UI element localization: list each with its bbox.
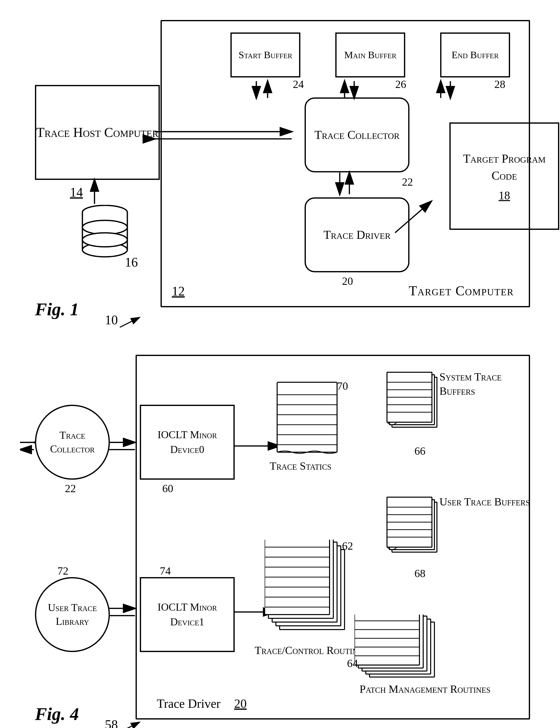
target-program-label: Target Program Code xyxy=(451,150,558,184)
ref-68: 68 xyxy=(414,567,425,580)
fig4-container: Trace Driver 20 xyxy=(20,350,540,728)
patch-mgmt-label: Patch Management Routines xyxy=(359,682,491,696)
start-buffer-box: Start Buffer xyxy=(231,32,300,77)
trace-collector-circle: Trace Collector xyxy=(35,405,110,480)
patch-mgmt-stack xyxy=(354,615,439,686)
system-trace-label: System Trace Buffers xyxy=(439,370,540,398)
trace-collector-box: Trace Collector xyxy=(304,97,409,172)
ref-18: 18 xyxy=(499,189,510,202)
ioclt0-box: IOCLT Minor Device0 xyxy=(140,405,235,480)
ref-16: 16 xyxy=(125,255,138,270)
fig4-label: Fig. 4 xyxy=(35,704,79,725)
ref-74: 74 xyxy=(160,565,171,577)
system-trace-buffers xyxy=(384,370,439,436)
user-trace-circle: User Trace Library xyxy=(35,577,110,652)
ref-60: 60 xyxy=(162,482,173,495)
ref-62: 62 xyxy=(342,540,353,552)
ref-24: 24 xyxy=(293,78,304,91)
ref-20: 20 xyxy=(342,275,353,288)
target-program-box: Target Program Code 18 xyxy=(449,122,559,230)
ref-26: 26 xyxy=(395,78,406,91)
trace-control-label: Trace/Control Routines xyxy=(255,643,367,658)
target-computer-label: Target Computer xyxy=(409,283,514,299)
ref-22: 22 xyxy=(402,176,413,188)
ref-72: 72 xyxy=(57,565,68,577)
ref-70: 70 xyxy=(337,380,348,392)
trace-driver-big-label: Trace Driver xyxy=(157,696,221,711)
svg-line-21 xyxy=(120,317,140,327)
trace-statics-stack xyxy=(275,380,339,456)
ioclt1-box: IOCLT Minor Device1 xyxy=(140,577,235,652)
svg-rect-72 xyxy=(354,615,419,665)
user-trace-label: User Trace Buffers xyxy=(439,495,530,509)
user-trace-buffers xyxy=(384,495,439,561)
svg-rect-33 xyxy=(277,382,337,452)
database-cylinder xyxy=(80,205,130,261)
end-buffer-box: End Buffer xyxy=(440,32,510,77)
trace-control-stack xyxy=(265,540,349,641)
fig4-ref58-arrow xyxy=(115,717,145,728)
ref-66: 66 xyxy=(414,445,425,457)
ref-64: 64 xyxy=(347,657,358,670)
ref-12: 12 xyxy=(172,284,185,299)
trace-driver-box: Trace Driver xyxy=(304,197,409,272)
ref-20b: 20 xyxy=(234,696,247,711)
ref-28: 28 xyxy=(494,78,505,91)
trace-statics-label: Trace Statics xyxy=(270,460,331,472)
ref-22b: 22 xyxy=(65,482,76,495)
svg-line-79 xyxy=(120,722,140,728)
svg-point-6 xyxy=(82,233,127,247)
main-buffer-box: Main Buffer xyxy=(335,32,405,77)
fig1-ref10-arrow xyxy=(115,312,145,332)
page: 12 Target Computer Trace Host Computer 1… xyxy=(0,0,560,728)
fig1-label: Fig. 1 xyxy=(35,299,79,320)
fig1-container: 12 Target Computer Trace Host Computer 1… xyxy=(20,15,540,340)
trace-host-box: Trace Host Computer xyxy=(35,85,160,180)
ref-14: 14 xyxy=(70,185,83,200)
